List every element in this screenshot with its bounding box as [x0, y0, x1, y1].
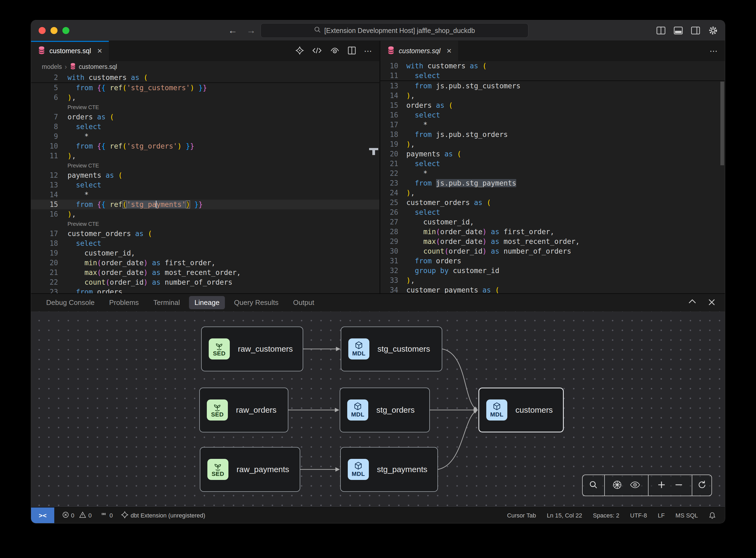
minimize-window-button[interactable]	[51, 27, 57, 34]
code-line[interactable]: 14),	[381, 91, 725, 100]
panel-tab-output[interactable]: Output	[288, 296, 320, 309]
aperture-icon[interactable]	[612, 480, 622, 490]
zoom-in-icon[interactable]	[657, 481, 666, 490]
lineage-node-stg_payments[interactable]: MDLstg_payments	[340, 447, 438, 492]
language-mode-status[interactable]: MS SQL	[676, 512, 698, 519]
lineage-node-raw_customers[interactable]: SEDraw_customers	[201, 327, 303, 371]
codelens-preview-cte[interactable]: Preview CTE	[31, 102, 379, 112]
code-line[interactable]: 30 count(order_id) as number_of_orders	[381, 246, 725, 256]
code-line[interactable]: 21 max(order_date) as most_recent_order,	[31, 268, 379, 277]
eye-icon[interactable]	[630, 481, 640, 490]
code-line[interactable]: 17 *	[381, 120, 725, 130]
code-line[interactable]: 28 min(order_date) as first_order,	[381, 227, 725, 236]
lineage-node-stg_orders[interactable]: MDLstg_orders	[340, 387, 430, 432]
codelens-preview-cte[interactable]: Preview CTE	[31, 161, 379, 171]
code-line[interactable]: 9 *	[31, 131, 379, 141]
settings-gear-icon[interactable]	[708, 26, 718, 35]
code-line[interactable]: 18 select	[31, 238, 379, 248]
lineage-node-raw_payments[interactable]: SEDraw_payments	[200, 447, 300, 492]
notifications-bell-icon[interactable]	[709, 512, 716, 519]
remote-indicator[interactable]: ><	[31, 507, 54, 523]
code-line[interactable]: 16),	[31, 209, 379, 219]
tab-customers-sql-right[interactable]: customers.sql ✕	[381, 41, 458, 61]
toggle-secondary-sidebar-icon[interactable]	[691, 26, 700, 34]
overview-ruler-cursor-marker[interactable]	[369, 148, 378, 155]
code-line[interactable]: 22 count(order_id) as number_of_orders	[31, 277, 379, 287]
split-editor-icon[interactable]	[656, 26, 666, 34]
code-line[interactable]: 20 min(order_date) as first_order,	[31, 258, 379, 268]
lineage-node-customers[interactable]: MDLcustomers	[478, 387, 564, 432]
close-icon[interactable]: ✕	[97, 47, 102, 55]
breadcrumb-folder[interactable]: models	[42, 63, 62, 71]
back-arrow[interactable]: ←	[228, 25, 237, 36]
tab-customers-sql-left[interactable]: customers.sql ✕	[31, 41, 109, 61]
code-line[interactable]: 2with customers as (	[31, 73, 379, 82]
code-line[interactable]: 10with customers as (	[381, 61, 725, 71]
code-line[interactable]: 23 from js.pub.stg_payments	[381, 178, 725, 188]
zoom-window-button[interactable]	[62, 27, 70, 34]
vertical-scrollbar[interactable]	[720, 81, 724, 165]
close-icon[interactable]: ✕	[446, 47, 452, 55]
eol-status[interactable]: LF	[658, 512, 665, 519]
code-line[interactable]: 22 *	[381, 169, 725, 178]
ports-status[interactable]: 0	[100, 511, 113, 520]
command-center-search[interactable]: [Extension Development Host] jaffle_shop…	[261, 23, 528, 38]
code-line[interactable]: 6),	[31, 93, 379, 102]
code-line[interactable]: 26 select	[381, 207, 725, 217]
code-line[interactable]: 15 from {{ ref('stg_payments') }}	[31, 200, 379, 209]
panel-tab-terminal[interactable]: Terminal	[148, 296, 185, 309]
code-line[interactable]: 11),	[31, 151, 379, 161]
code-line[interactable]: 25customer_orders as (	[381, 198, 725, 207]
codelens-preview-cte[interactable]: Preview CTE	[31, 219, 379, 229]
code-line[interactable]: 13 select	[31, 180, 379, 190]
code-line[interactable]: 31 from orders	[381, 256, 725, 266]
code-line[interactable]: 14 *	[31, 190, 379, 200]
code-line[interactable]: 8 select	[31, 122, 379, 131]
encoding-status[interactable]: UTF-8	[630, 512, 647, 519]
dbt-extension-status[interactable]: dbt Extension (unregistered)	[121, 511, 205, 520]
cursor-tab-status[interactable]: Cursor Tab	[507, 512, 536, 519]
panel-tab-query-results[interactable]: Query Results	[229, 296, 284, 309]
code-line[interactable]: 11 select	[381, 71, 725, 80]
close-panel-icon[interactable]	[708, 299, 715, 307]
code-line[interactable]: 17customer_orders as (	[31, 229, 379, 238]
toggle-panel-icon[interactable]	[674, 26, 683, 34]
code-line[interactable]: 24),	[381, 188, 725, 198]
lineage-node-raw_orders[interactable]: SEDraw_orders	[199, 387, 288, 432]
code-line[interactable]: 19 customer_id,	[31, 248, 379, 258]
zoom-out-icon[interactable]	[675, 481, 683, 490]
code-line[interactable]: 12payments as (	[31, 171, 379, 180]
more-actions-icon[interactable]: ⋯	[709, 46, 719, 56]
maximize-panel-icon[interactable]	[688, 299, 696, 307]
indentation-status[interactable]: Spaces: 2	[593, 512, 619, 519]
code-line[interactable]: 18 from js.pub.stg_orders	[381, 130, 725, 140]
code-line[interactable]: 5 from {{ ref('stg_customers') }}	[31, 83, 379, 93]
panel-tab-debug-console[interactable]: Debug Console	[41, 296, 100, 309]
forward-arrow[interactable]: →	[246, 25, 256, 36]
compile-code-icon[interactable]	[312, 47, 322, 55]
split-editor-icon[interactable]	[348, 47, 356, 56]
code-line[interactable]: 33),	[381, 276, 725, 285]
problems-status[interactable]: 0 0	[62, 511, 92, 519]
lineage-node-stg_customers[interactable]: MDLstg_customers	[341, 327, 442, 371]
code-line[interactable]: 20payments as (	[381, 149, 725, 159]
code-line[interactable]: 15orders as (	[381, 100, 725, 110]
code-line[interactable]: 32 group by customer_id	[381, 266, 725, 276]
more-actions-icon[interactable]: ⋯	[364, 46, 373, 56]
code-line[interactable]: 13 from js.pub.stg_customers	[381, 81, 725, 91]
panel-tab-problems[interactable]: Problems	[104, 296, 144, 309]
breadcrumb-file[interactable]: customers.sql	[79, 63, 117, 71]
preview-eye-icon[interactable]	[330, 47, 340, 55]
graph-search-button[interactable]	[583, 475, 605, 496]
panel-tab-lineage[interactable]: Lineage	[189, 296, 225, 309]
close-window-button[interactable]	[38, 27, 46, 34]
code-line[interactable]: 7orders as (	[31, 112, 379, 122]
graph-refresh-button[interactable]	[692, 475, 711, 496]
code-line[interactable]: 19),	[381, 140, 725, 149]
code-line[interactable]: 16 select	[381, 110, 725, 120]
lineage-graph[interactable]: SEDraw_customersMDLstg_customersSEDraw_o…	[31, 311, 725, 507]
code-line[interactable]: 10 from {{ ref('stg_orders') }}	[31, 141, 379, 151]
code-line[interactable]: 29 max(order_date) as most_recent_order,	[381, 236, 725, 246]
code-line[interactable]: 21 select	[381, 159, 725, 169]
code-line[interactable]: 23 from orders	[31, 287, 379, 293]
